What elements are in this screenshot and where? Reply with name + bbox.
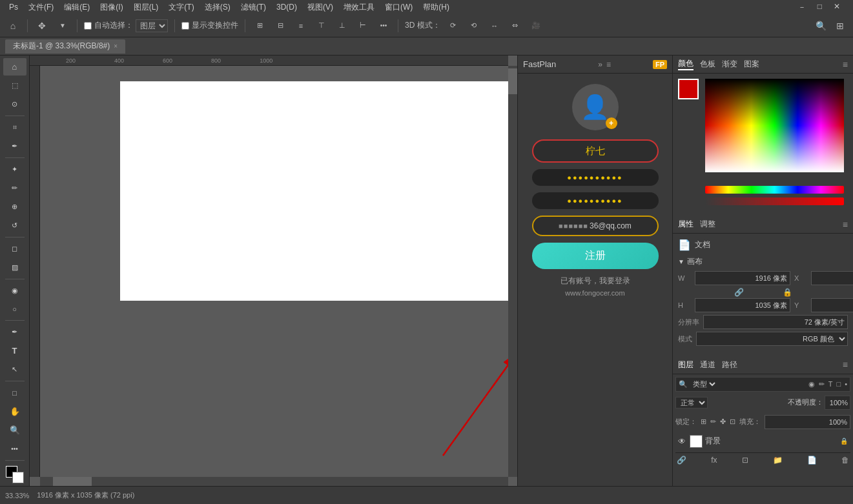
menu-window[interactable]: 窗口(W) <box>381 2 416 13</box>
menu-image[interactable]: 图像(I) <box>96 2 127 13</box>
layers-panel-menu[interactable]: ≡ <box>843 359 848 370</box>
tab-channels[interactable]: 通道 <box>700 359 715 370</box>
color-panel-menu[interactable]: ≡ <box>843 59 848 70</box>
scrollbar-vertical[interactable] <box>508 66 517 477</box>
tab-document[interactable]: 未标题-1 @ 33.3%(RGB/8#) × <box>5 39 125 54</box>
lock-ratio-icon[interactable]: 🔒 <box>783 288 792 297</box>
tool-clone[interactable]: ⊕ <box>3 198 26 216</box>
mode-select[interactable]: RGB 颜色 <box>696 332 848 346</box>
x-input[interactable] <box>811 271 853 285</box>
blend-mode-select[interactable]: 正常 <box>675 397 708 408</box>
lock-paint-icon[interactable]: ✏ <box>710 418 716 426</box>
transform-checkbox[interactable]: 显示变换控件 <box>181 20 238 31</box>
tool-eraser[interactable]: ◻ <box>3 240 26 257</box>
menu-3d[interactable]: 3D(D) <box>272 3 301 12</box>
color-gradient-canvas[interactable] <box>705 79 844 172</box>
link-icon[interactable]: 🔗 <box>734 288 744 297</box>
layer-visibility-icon[interactable]: 👁 <box>678 437 687 446</box>
filter-icon-2[interactable]: ✏ <box>819 380 825 388</box>
foreground-color[interactable] <box>6 466 24 483</box>
tool-shape[interactable]: □ <box>3 384 26 401</box>
register-button[interactable]: 注册 <box>532 243 659 269</box>
menu-edit[interactable]: 编辑(E) <box>60 2 94 13</box>
auto-select-checkbox[interactable]: 自动选择： 图层 <box>84 19 168 32</box>
align-bot-icon[interactable]: ⊢ <box>355 18 371 34</box>
3d-icon-5[interactable]: 🎥 <box>528 18 544 34</box>
3d-icon-1[interactable]: ⟳ <box>446 18 461 34</box>
layers-filter-type[interactable]: 类型 <box>690 379 717 388</box>
tab-paths[interactable]: 路径 <box>722 359 737 370</box>
align-right-icon[interactable]: ≡ <box>293 18 309 34</box>
fill-input[interactable] <box>765 415 850 429</box>
plugin-expand-icon[interactable]: » <box>598 60 602 69</box>
width-input[interactable] <box>695 271 790 285</box>
menu-help[interactable]: 帮助(H) <box>419 2 453 13</box>
plugin-menu-icon[interactable]: ≡ <box>606 60 611 69</box>
expand-button[interactable]: ⊞ <box>832 18 848 34</box>
resolution-input[interactable] <box>703 315 848 329</box>
tool-spot-heal[interactable]: ✦ <box>3 161 26 178</box>
delete-layer-icon[interactable]: 🗑 <box>841 456 849 465</box>
3d-icon-3[interactable]: ↔ <box>487 18 502 34</box>
tool-hand[interactable]: ✋ <box>3 403 26 420</box>
tool-blur[interactable]: ◉ <box>3 282 26 299</box>
avatar-add-button[interactable]: + <box>606 117 617 129</box>
more-icon[interactable]: ••• <box>376 18 391 34</box>
tab-color[interactable]: 颜色 <box>678 58 694 70</box>
menu-layer[interactable]: 图层(L) <box>130 2 163 13</box>
3d-icon-2[interactable]: ⟲ <box>466 18 482 34</box>
menu-filter[interactable]: 滤镜(T) <box>237 2 270 13</box>
tool-path-select[interactable]: ↖ <box>3 361 26 378</box>
email-field-container[interactable]: ■■■■■■ 36@qq.com <box>532 216 659 236</box>
lock-artboard-icon[interactable]: ⊡ <box>730 418 735 426</box>
move-tool-arrow[interactable]: ▼ <box>55 18 70 34</box>
username-input[interactable] <box>542 146 648 157</box>
tool-pen[interactable]: ✒ <box>3 323 26 341</box>
move-tool-icon[interactable]: ✥ <box>34 18 50 34</box>
new-group-icon[interactable]: 📁 <box>773 456 783 465</box>
password2-field-container[interactable]: ●●●●●●●●●● <box>532 192 659 209</box>
tool-history-brush[interactable]: ↺ <box>3 217 26 234</box>
canvas-section-title[interactable]: ▼ 画布 <box>678 256 848 267</box>
properties-panel-menu[interactable]: ≡ <box>843 219 848 230</box>
layer-item-background[interactable]: 👁 背景 🔒 <box>675 433 850 450</box>
layer-lock-icon[interactable]: 🔒 <box>840 438 848 445</box>
tool-lasso[interactable]: ⊙ <box>3 96 26 113</box>
add-style-icon[interactable]: fx <box>711 456 717 465</box>
new-layer-icon[interactable]: 📄 <box>807 456 817 465</box>
tab-gradient[interactable]: 渐变 <box>722 59 737 70</box>
auto-select-dropdown[interactable]: 图层 <box>136 19 168 32</box>
menu-text[interactable]: 文字(T) <box>165 2 198 13</box>
tab-patterns[interactable]: 图案 <box>744 59 759 70</box>
align-top-icon[interactable]: ⊤ <box>314 18 329 34</box>
tab-adjustments[interactable]: 调整 <box>700 219 715 230</box>
menu-file[interactable]: 文件(F) <box>25 2 57 13</box>
add-mask-icon[interactable]: ⊡ <box>742 456 748 465</box>
filter-icon-3[interactable]: T <box>828 380 833 388</box>
align-left-icon[interactable]: ⊞ <box>252 18 267 34</box>
tool-eyedropper[interactable]: ✒ <box>3 137 26 155</box>
scrollbar-horizontal[interactable] <box>40 477 508 486</box>
auto-select-input[interactable] <box>84 22 92 30</box>
transform-input[interactable] <box>181 22 189 30</box>
avatar-container[interactable]: 👤 + <box>572 84 619 130</box>
maximize-button[interactable]: □ <box>814 2 826 13</box>
menu-select[interactable]: 选择(S) <box>201 2 234 13</box>
filter-icon-5[interactable]: • <box>845 380 847 388</box>
y-input[interactable] <box>811 298 853 312</box>
lock-position-icon[interactable]: ✤ <box>720 418 726 426</box>
tool-zoom[interactable]: 🔍 <box>3 421 26 439</box>
password1-field-container[interactable]: ●●●●●●●●●● <box>532 169 659 186</box>
home-button[interactable]: ⌂ <box>5 18 21 34</box>
filter-icon-1[interactable]: ◉ <box>808 380 815 388</box>
lock-transparency-icon[interactable]: ⊞ <box>701 418 706 426</box>
height-input[interactable] <box>695 298 790 312</box>
tool-brush[interactable]: ✏ <box>3 179 26 197</box>
tab-close-button[interactable]: × <box>114 43 118 50</box>
tool-move[interactable]: ⌂ <box>3 58 26 76</box>
tool-selection[interactable]: ⬚ <box>3 77 26 94</box>
3d-icon-4[interactable]: ⇔ <box>508 18 523 34</box>
tab-layers[interactable]: 图层 <box>678 359 694 370</box>
align-center-icon[interactable]: ⊟ <box>272 18 288 34</box>
tab-swatches[interactable]: 色板 <box>700 59 715 70</box>
